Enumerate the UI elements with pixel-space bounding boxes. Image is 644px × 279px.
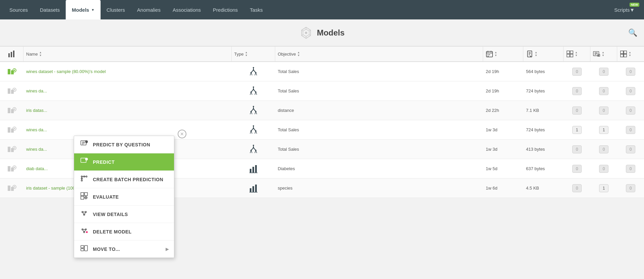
ctx-batch-prediction[interactable]: CREATE BATCH PREDICTION [74,171,174,188]
svg-point-54 [255,72,256,73]
svg-rect-153 [84,193,87,196]
model-name-link[interactable]: wines dataset - sample (80.00%)'s model [26,69,106,74]
th-chart [0,47,23,61]
nav-sources[interactable]: Sources [3,0,34,19]
svg-rect-85 [8,127,10,133]
row-status-icon [7,106,16,115]
svg-text:+: + [86,158,87,161]
nav-tasks[interactable]: Tasks [244,0,269,19]
ctx-label: CREATE BATCH PREDICTION [93,177,163,182]
nav-clusters[interactable]: Clusters [101,0,131,19]
svg-point-113 [250,150,252,151]
count-badge: 0 [572,107,582,115]
svg-rect-154 [81,196,84,199]
th-size[interactable]: ▲▼ [523,47,564,61]
ctx-label: MOVE TO... [93,247,120,252]
svg-point-83 [250,111,252,112]
type-sort[interactable]: ▲▼ [245,51,248,57]
count-badge: 0 [572,184,582,192]
th-objective[interactable]: Objective ▲▼ [275,47,483,61]
size-sort[interactable]: ▲▼ [535,51,537,57]
context-menu: ? PREDICT BY QUESTION + [74,136,174,258]
svg-point-114 [255,150,256,151]
col3-sort[interactable]: ▲▼ [629,51,631,57]
th-type[interactable]: Type ▲▼ [232,47,275,61]
nav-models-arrow: ▼ [91,8,95,12]
navigation: Sources Datasets Models ▼ Clusters Anoma… [0,0,644,19]
th-col3[interactable]: ▲▼ [617,47,644,61]
count-badge: 0 [626,165,635,173]
chart-icon [8,50,16,58]
svg-rect-41 [11,70,14,74]
svg-point-81 [253,106,254,107]
name-sort[interactable]: ▲▼ [39,51,42,57]
col1-sort[interactable]: ▲▼ [575,51,578,57]
count-badge: 1 [599,184,608,192]
count-badge: 0 [626,184,635,192]
svg-point-111 [253,145,254,146]
ctx-view-details[interactable]: VIEW DETAILS [74,206,174,223]
type-regression-icon [248,86,258,96]
model-name-link[interactable]: wines da... [26,88,47,93]
table-row: wines da... Total Sales 2d 1 [0,81,644,101]
model-name-link[interactable]: wines da... [26,127,47,132]
svg-rect-36 [621,54,623,57]
svg-point-126 [14,186,15,188]
svg-rect-70 [8,108,10,113]
ctx-submenu-arrow: ▶ [166,247,169,252]
svg-point-58 [14,89,15,90]
svg-text:?: ? [86,141,88,143]
count-badge: 0 [572,145,582,153]
svg-point-84 [255,111,256,112]
count-badge: 0 [626,145,635,153]
model-name-link[interactable]: iris datas... [26,108,47,113]
nav-models[interactable]: Models ▼ [66,0,101,19]
table-body: wines dataset - sample (80.00%)'s model [0,62,644,198]
ctx-label: EVALUATE [93,194,119,200]
count-badge: 0 [599,145,608,153]
svg-rect-152 [81,193,84,196]
nav-predictions[interactable]: Predictions [207,0,244,19]
ctx-move-to[interactable]: MOVE TO... ▶ [74,240,174,258]
nav-anomalies[interactable]: Anomalies [131,0,167,19]
page-header: Models 🔍 [0,19,644,46]
objective-sort[interactable]: ▲▼ [297,51,300,57]
ctx-evaluate[interactable]: EVALUATE [74,188,174,206]
svg-point-97 [253,128,254,129]
svg-point-99 [255,130,256,132]
search-button[interactable]: 🔍 [628,28,637,37]
row-status-icon [7,125,16,135]
count-badge: 1 [572,126,582,134]
nav-scripts[interactable]: Scripts ▼ NEW [608,0,641,19]
th-col1[interactable]: ▲▼ [564,47,590,61]
close-context-button[interactable]: ✕ [178,130,186,138]
models-icon [299,26,313,40]
th-col2[interactable]: ▲▼ [590,47,617,61]
count-badge: 0 [626,68,635,76]
count-badge: 0 [626,87,635,95]
svg-point-98 [250,130,252,132]
svg-rect-24 [570,51,573,54]
svg-rect-174 [84,246,87,251]
nav-datasets[interactable]: Datasets [34,0,66,19]
model-name-link[interactable]: diab data... [26,166,48,171]
new-badge: NEW [630,3,639,7]
th-date[interactable]: ▲▼ [483,47,523,61]
evaluations-icon [620,50,627,58]
svg-point-52 [253,69,254,71]
nav-associations[interactable]: Associations [167,0,207,19]
ctx-predict[interactable]: + PREDICT [74,153,174,171]
count-badge: 0 [626,126,635,134]
model-name-link[interactable]: wines da... [26,147,47,152]
date-sort[interactable]: ▲▼ [494,51,497,57]
ctx-predict-by-question[interactable]: ? PREDICT BY QUESTION [74,136,174,153]
th-name[interactable]: Name ▲▼ [23,47,232,61]
svg-point-82 [253,108,254,110]
svg-rect-17 [489,54,490,55]
table-header: Name ▲▼ Type ▲▼ Objective ▲▼ ▲▼ [0,46,644,62]
ctx-delete-model[interactable]: DELETE MODEL [74,223,174,240]
count-badge: 1 [599,126,608,134]
col2-sort[interactable]: ▲▼ [602,51,604,57]
svg-rect-35 [624,51,627,54]
count-badge: 0 [572,68,582,76]
